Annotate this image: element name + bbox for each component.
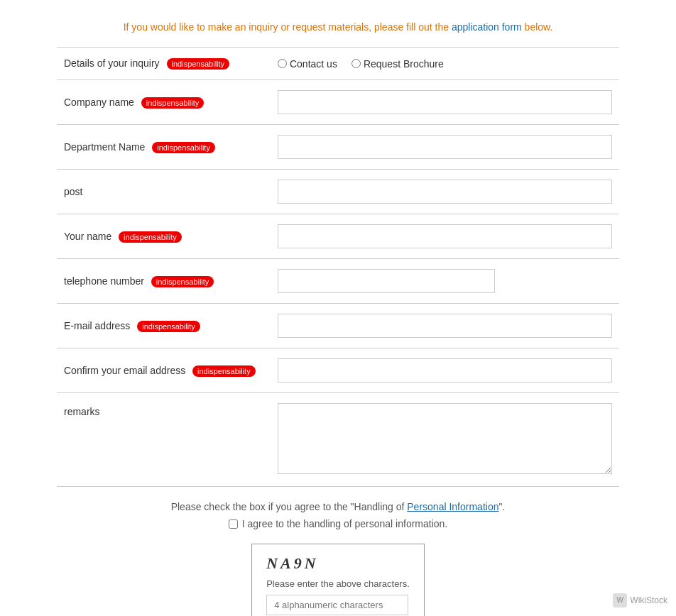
email-label: E-mail address (64, 320, 130, 331)
privacy-link[interactable]: Personal Information (407, 501, 498, 512)
confirm-email-input[interactable] (278, 358, 612, 383)
agree-checkbox[interactable] (229, 519, 238, 529)
inquiry-type-badge: indispensability (167, 58, 230, 70)
confirm-email-badge: indispensability (192, 365, 256, 377)
confirm-email-label: Confirm your email address (64, 365, 185, 376)
email-input[interactable] (278, 314, 612, 338)
company-row: Company name indispensability (57, 80, 619, 125)
department-label: Department Name (64, 141, 145, 153)
remarks-row: remarks (57, 393, 619, 487)
captcha-image-text: NA9N (266, 554, 410, 573)
radio-contact[interactable] (278, 59, 287, 68)
telephone-label: telephone number (64, 275, 144, 287)
telephone-badge: indispensability (151, 276, 214, 287)
company-label: Company name (64, 97, 134, 108)
post-row: post (57, 170, 619, 214)
department-row: Department Name indispensability (57, 125, 619, 170)
confirm-email-row: Confirm your email address indispensabil… (57, 348, 619, 393)
yourname-row: Your name indispensability (57, 214, 619, 259)
department-badge: indispensability (152, 142, 215, 153)
captcha-instruction: Please enter the above characters. (266, 578, 410, 589)
company-input[interactable] (278, 90, 612, 114)
telephone-row: telephone number indispensability (57, 259, 619, 304)
remarks-textarea[interactable] (278, 403, 612, 474)
telephone-input[interactable] (278, 269, 495, 293)
inquiry-form: Details of your inquiry indispensability… (57, 48, 619, 487)
inquiry-radio-group: Contact us Request Brochure (278, 58, 612, 70)
watermark: W WikiStock (613, 593, 667, 607)
watermark-text: WikiStock (630, 595, 667, 605)
radio-contact-label[interactable]: Contact us (278, 58, 337, 70)
remarks-label: remarks (64, 406, 100, 417)
post-input[interactable] (278, 180, 612, 204)
yourname-label: Your name (64, 231, 111, 242)
yourname-input[interactable] (278, 224, 612, 248)
agree-line: I agree to the handling of personal info… (57, 518, 619, 529)
yourname-badge: indispensability (119, 231, 182, 243)
captcha-input[interactable] (266, 595, 408, 615)
company-badge: indispensability (141, 97, 205, 109)
department-input[interactable] (278, 135, 612, 159)
inquiry-type-label: Details of your inquiry (64, 57, 160, 69)
radio-brochure[interactable] (351, 59, 361, 68)
captcha-box: NA9N Please enter the above characters. (251, 544, 425, 616)
email-row: E-mail address indispensability (57, 304, 619, 348)
radio-brochure-label[interactable]: Request Brochure (351, 58, 444, 70)
watermark-logo: W (613, 593, 627, 607)
inquiry-type-row: Details of your inquiry indispensability… (57, 48, 619, 80)
email-badge: indispensability (137, 321, 200, 332)
agree-text: I agree to the handling of personal info… (242, 518, 448, 529)
privacy-text: Please check the box if you agree to the… (57, 501, 619, 512)
bottom-section: Please check the box if you agree to the… (57, 487, 619, 616)
post-label: post (64, 186, 82, 197)
intro-text: If you would like to make an inquiry or … (57, 14, 619, 48)
